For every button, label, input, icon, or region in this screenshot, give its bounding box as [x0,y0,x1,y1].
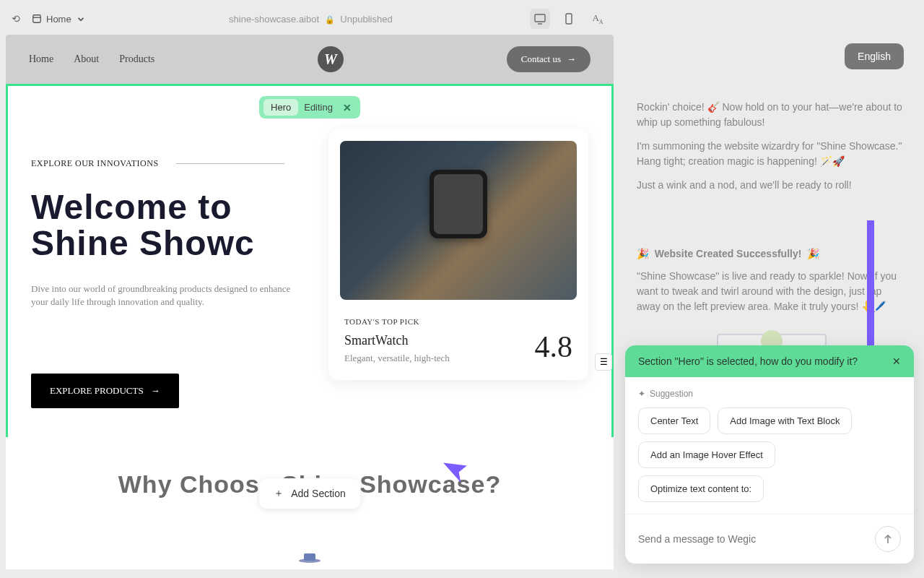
arrow-right-icon: → [567,53,576,65]
page-icon [32,14,42,24]
chat-text: Rockin' choice! 🎸 Now hold on to your ha… [637,100,907,130]
page-selector[interactable]: Home [26,11,92,27]
hat-icon [298,551,321,566]
suggestion-panel: Section "Hero" is selected, how do you m… [625,345,914,564]
font-settings-button[interactable]: AA [588,9,608,29]
suggestion-chip[interactable]: Center Text [638,407,710,434]
svg-rect-4 [566,14,572,24]
font-icon: AA [592,12,603,25]
builder-toolbar: ⟳ Home shine-showcase.aibot 🔒 Unpublishe… [6,6,614,32]
nav-about[interactable]: About [74,53,99,65]
card-label: TODAY'S TOP PICK [344,317,450,326]
card-title: SmartWatch [344,333,450,348]
arrow-up-icon [882,533,894,545]
svg-rect-0 [33,15,41,23]
product-card[interactable]: TODAY'S TOP PICK SmartWatch Elegant, ver… [328,129,588,380]
suggestion-chip[interactable]: Add an Image Hover Effect [638,441,775,468]
hero-cta-button[interactable]: EXPLORE PRODUCTS → [31,374,179,408]
suggestion-label: ✦ Suggestion [638,389,901,399]
hero-eyebrow: EXPLORE OUR INNOVATIONS [31,158,159,169]
chat-text: I'm summoning the website wizardry for "… [637,139,907,169]
chat-composer [625,514,914,564]
publish-status: Unpublished [340,14,392,25]
add-section-label: Add Section [291,488,346,499]
chevron-down-icon [76,14,86,24]
plus-icon: ＋ [274,487,284,500]
suggestion-header: Section "Hero" is selected, how do you m… [625,345,914,377]
hero-description[interactable]: Dive into our world of groundbreaking pr… [31,282,291,309]
contact-button[interactable]: Contact us → [507,46,590,72]
hero-section[interactable]: Hero Editing ✕ EXPLORE OUR INNOVATIONS W… [6,84,614,437]
chat-message: Rockin' choice! 🎸 Now hold on to your ha… [625,85,918,216]
send-button[interactable] [875,526,901,552]
language-selector[interactable]: English [845,43,904,69]
card-rating: 4.8 [535,329,573,364]
nav-products[interactable]: Products [119,53,154,65]
language-label: English [858,51,891,62]
url-bar: shine-showcase.aibot 🔒 Unpublished [92,14,530,25]
badge-state: Editing [301,102,336,113]
close-icon[interactable]: ✕ [892,355,901,367]
hero-title[interactable]: Welcome to Shine Showc [31,189,291,262]
divider [176,163,284,164]
desktop-icon [534,13,546,25]
badge-close-button[interactable]: ✕ [339,102,356,113]
section-edit-badge: Hero Editing ✕ [259,96,360,118]
arrow-right-icon: → [151,385,160,397]
lock-icon: 🔒 [325,15,335,24]
site-header: Home About Products W Contact us → [6,35,614,84]
product-image [340,141,577,300]
svg-rect-2 [535,14,545,22]
refresh-icon[interactable]: ⟳ [12,13,20,25]
suggestion-chip[interactable]: Add Image with Text Block [718,407,852,434]
page-name: Home [46,14,71,25]
nav-home[interactable]: Home [29,53,53,65]
hero-cta-label: EXPLORE PRODUCTS [50,385,144,397]
add-section-button[interactable]: ＋ Add Section [259,478,360,509]
badge-section-name: Hero [263,99,298,116]
svg-rect-6 [304,553,315,561]
desktop-preview-button[interactable] [530,9,550,29]
site-logo[interactable]: W [154,46,507,72]
url-text: shine-showcase.aibot [229,14,319,25]
contact-label: Contact us [521,53,561,65]
chat-input[interactable] [638,533,866,545]
sparkle-icon: ✦ [638,389,645,399]
card-subtitle: Elegant, versatile, high-tech [344,353,450,364]
suggestion-chip[interactable]: Optimize text content to: [638,475,764,502]
section-menu-button[interactable]: ☰ [595,353,612,371]
chat-text: Just a wink and a nod, and we'll be read… [637,178,907,193]
mobile-icon [564,13,574,25]
suggestion-header-text: Section "Hero" is selected, how do you m… [638,355,858,367]
mobile-preview-button[interactable] [559,9,579,29]
